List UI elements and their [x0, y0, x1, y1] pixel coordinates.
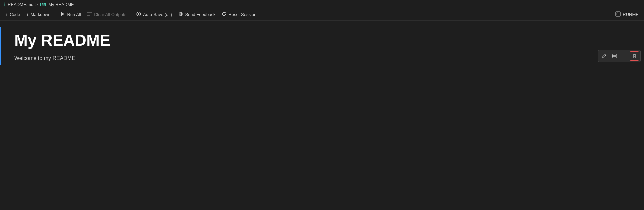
send-feedback-button[interactable]: Send Feedback — [175, 10, 218, 19]
auto-save-button[interactable]: Auto-Save (off) — [133, 10, 175, 19]
split-cell-button[interactable] — [610, 51, 619, 61]
reset-svg — [221, 11, 227, 17]
clear-svg — [87, 11, 92, 17]
edit-icon — [602, 53, 607, 59]
more-options-button[interactable]: ··· — [260, 11, 270, 18]
svg-point-7 — [179, 12, 182, 16]
code-label: Code — [10, 12, 20, 17]
reset-icon — [221, 11, 227, 18]
svg-point-8 — [180, 14, 181, 15]
markdown-label: Markdown — [30, 12, 50, 17]
notebook-toolbar: + Code + Markdown Run All Clear All Outp… — [0, 9, 644, 21]
svg-line-13 — [605, 55, 606, 56]
svg-rect-10 — [616, 12, 621, 16]
plus-icon-2: + — [26, 12, 29, 17]
markdown-content: My README Welcome to my README! — [11, 31, 637, 61]
auto-save-label: Auto-Save (off) — [143, 12, 172, 17]
toolbar-sep-1 — [55, 11, 55, 18]
split-icon — [612, 53, 617, 59]
cell-action-bar: ··· — [598, 50, 641, 62]
plus-icon: + — [5, 12, 8, 17]
cell-more-button[interactable]: ··· — [620, 51, 629, 61]
runme-text: RUNME — [623, 12, 639, 17]
feedback-icon — [178, 11, 183, 18]
add-code-button[interactable]: + Code — [3, 11, 23, 18]
breadcrumb-section: My README — [48, 2, 74, 7]
breadcrumb-separator-1: > — [35, 2, 38, 7]
add-markdown-button[interactable]: + Markdown — [23, 11, 53, 18]
svg-rect-15 — [612, 56, 616, 58]
trash-icon — [632, 53, 637, 59]
svg-marker-6 — [138, 13, 140, 15]
markdown-cell: My README Welcome to my README! — [0, 27, 644, 65]
auto-save-icon — [136, 11, 141, 18]
readme-subtitle: Welcome to my README! — [14, 55, 637, 61]
svg-point-9 — [181, 14, 182, 15]
readme-title: My README — [14, 31, 637, 50]
run-all-label: Run All — [67, 12, 81, 17]
feedback-svg — [178, 11, 183, 17]
breadcrumb-bar: ℹ README.md > M↓My README — [0, 0, 644, 9]
content-area: My README Welcome to my README! ··· — [0, 21, 644, 71]
clear-all-button[interactable]: Clear All Outputs — [84, 10, 129, 19]
runme-icon — [615, 11, 621, 18]
markdown-badge: M↓ — [40, 3, 46, 6]
send-feedback-label: Send Feedback — [185, 12, 215, 17]
breadcrumb-filename[interactable]: README.md — [8, 2, 33, 7]
run-all-icon — [60, 11, 65, 18]
run-all-svg — [60, 11, 65, 17]
run-all-button[interactable]: Run All — [57, 10, 83, 19]
more-icon: ··· — [262, 12, 267, 17]
edit-cell-button[interactable] — [600, 51, 609, 61]
cell-more-icon: ··· — [622, 53, 627, 59]
runme-label: RUNME — [612, 10, 641, 19]
runme-svg — [615, 11, 621, 17]
reset-session-label: Reset Session — [228, 12, 256, 17]
auto-save-svg — [136, 11, 141, 17]
clear-all-label: Clear All Outputs — [94, 12, 127, 17]
svg-rect-14 — [612, 54, 616, 56]
delete-cell-button[interactable] — [630, 51, 639, 61]
toolbar-sep-2 — [131, 11, 131, 18]
reset-session-button[interactable]: Reset Session — [219, 10, 259, 19]
svg-marker-0 — [61, 12, 64, 16]
clear-icon — [87, 11, 92, 18]
file-info-icon: ℹ — [4, 2, 6, 7]
